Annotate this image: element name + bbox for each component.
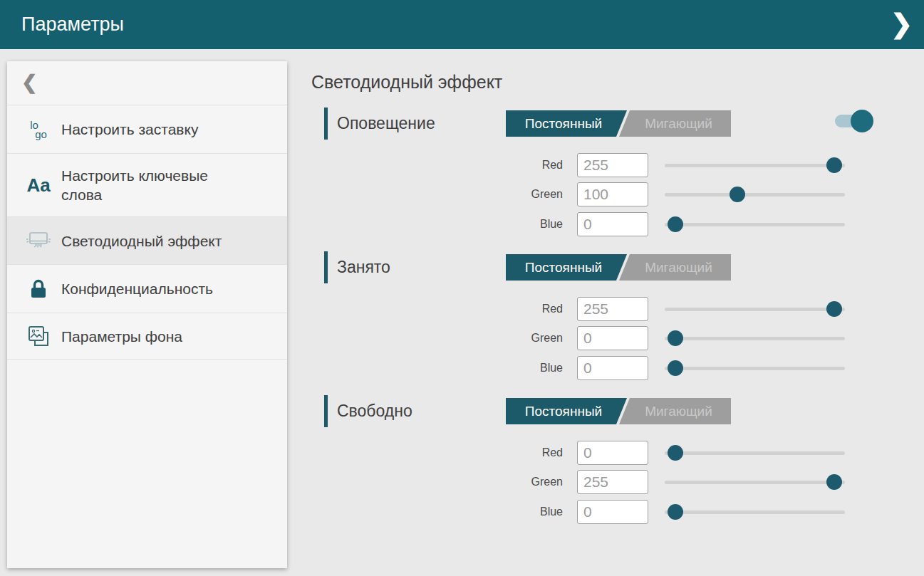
slider-track: [665, 337, 845, 340]
mode-segmented-control: Постоянный Мигающий: [506, 110, 731, 137]
notification-toggle[interactable]: [835, 109, 873, 133]
slider-track: [665, 510, 845, 514]
slider-track: [665, 451, 845, 455]
back-chevron-icon: ❮: [21, 72, 38, 93]
sidebar-item-label: Настроить ключевые слова: [61, 166, 239, 204]
blue-slider[interactable]: [665, 212, 845, 236]
green-value-input[interactable]: [577, 182, 648, 206]
slider-track: [665, 193, 845, 197]
mode-blink-button[interactable]: Мигающий: [619, 254, 731, 281]
toggle-knob[interactable]: [851, 110, 873, 132]
sidebar-item-label: Светодиодный эффект: [61, 231, 222, 251]
sidebar-item-led-effect[interactable]: Светодиодный эффект: [7, 217, 287, 265]
font-Aa-icon: Aa: [23, 174, 54, 197]
red-label: Red: [311, 446, 563, 459]
section-free: Свободно Постоянный Мигающий Red Green B…: [311, 393, 876, 528]
mode-solid-button[interactable]: Постоянный: [506, 254, 627, 281]
background-images-icon: [23, 325, 54, 347]
red-slider[interactable]: [665, 153, 845, 177]
sidebar-item-background[interactable]: Параметры фона: [7, 313, 287, 360]
red-slider[interactable]: [665, 441, 845, 465]
blue-slider[interactable]: [665, 500, 845, 524]
blue-label: Blue: [311, 506, 563, 518]
mode-solid-button[interactable]: Постоянный: [506, 398, 627, 424]
blue-value-input[interactable]: [577, 500, 648, 524]
slider-knob[interactable]: [668, 330, 683, 346]
slider-knob[interactable]: [826, 474, 842, 490]
sidebar-item-privacy[interactable]: Конфиденциальность: [7, 265, 287, 313]
settings-screen: Параметры ❯ ❮ logo Настроить заставку Aa…: [0, 0, 924, 576]
section-accent-bar: [324, 395, 328, 427]
blue-value-input[interactable]: [577, 212, 648, 236]
slider-track: [665, 223, 845, 226]
slider-knob[interactable]: [668, 216, 683, 232]
red-slider[interactable]: [665, 297, 845, 321]
green-label: Green: [311, 476, 563, 488]
green-slider[interactable]: [665, 182, 845, 206]
green-slider[interactable]: [665, 326, 845, 350]
mode-solid-button[interactable]: Постоянный: [506, 110, 627, 137]
mode-blink-button[interactable]: Мигающий: [619, 398, 731, 424]
section-title: Оповещение: [337, 105, 435, 141]
sidebar-item-label: Конфиденциальность: [61, 279, 213, 298]
slider-track: [665, 164, 845, 167]
slider-track: [665, 308, 845, 311]
sidebar-item-label: Настроить заставку: [61, 120, 198, 139]
slider-knob[interactable]: [668, 504, 683, 520]
app-header: Параметры ❯: [0, 0, 924, 49]
slider-knob[interactable]: [730, 187, 745, 202]
slider-knob[interactable]: [668, 445, 683, 461]
red-label: Red: [311, 303, 563, 315]
sidebar-item-keywords[interactable]: Aa Настроить ключевые слова: [7, 154, 287, 217]
green-value-input[interactable]: [577, 470, 648, 494]
settings-sidebar: ❮ logo Настроить заставку Aa Настроить к…: [7, 61, 287, 568]
slider-knob[interactable]: [826, 301, 842, 317]
red-value-input[interactable]: [577, 297, 648, 321]
back-button[interactable]: ❮: [7, 61, 287, 105]
mode-blink-button[interactable]: Мигающий: [619, 110, 731, 137]
green-label: Green: [311, 188, 563, 201]
mode-segmented-control: Постоянный Мигающий: [506, 398, 731, 424]
collapse-panel-icon[interactable]: ❯: [891, 0, 913, 48]
slider-knob[interactable]: [826, 157, 842, 173]
slider-knob[interactable]: [668, 360, 683, 376]
lock-icon: [23, 278, 54, 300]
green-label: Green: [311, 332, 563, 345]
content-title: Светодиодный эффект: [311, 72, 502, 93]
blue-slider[interactable]: [665, 356, 845, 380]
green-value-input[interactable]: [577, 326, 648, 350]
red-value-input[interactable]: [577, 441, 648, 465]
red-label: Red: [311, 159, 563, 172]
mode-segmented-control: Постоянный Мигающий: [506, 254, 731, 281]
red-value-input[interactable]: [577, 153, 648, 177]
section-title: Свободно: [337, 393, 412, 429]
blue-value-input[interactable]: [577, 356, 648, 380]
section-accent-bar: [324, 108, 328, 140]
section-notification: Оповещение Постоянный Мигающий Red Green: [311, 105, 876, 241]
slider-track: [665, 481, 845, 484]
sidebar-item-label: Параметры фона: [61, 327, 182, 346]
sidebar-item-screensaver[interactable]: logo Настроить заставку: [7, 105, 287, 154]
green-slider[interactable]: [665, 470, 845, 494]
section-title: Занято: [337, 249, 390, 285]
blue-label: Blue: [311, 218, 563, 231]
led-screen-icon: [23, 230, 54, 251]
logo-text-icon: logo: [23, 120, 54, 139]
blue-label: Blue: [311, 362, 563, 375]
section-accent-bar: [324, 251, 328, 283]
slider-track: [665, 367, 845, 370]
page-title: Параметры: [21, 0, 124, 49]
section-busy: Занято Постоянный Мигающий Red Green Blu…: [311, 249, 876, 384]
